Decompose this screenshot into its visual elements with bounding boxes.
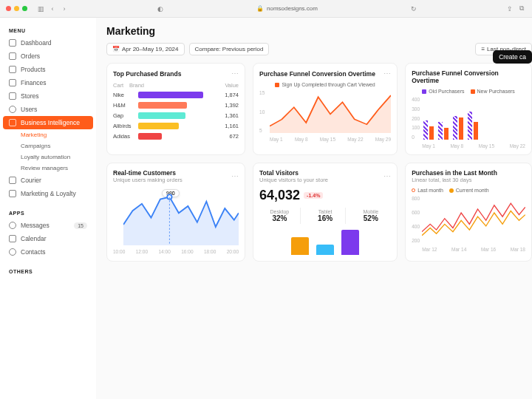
date-range-chip[interactable]: 📅Apr 20–May 19, 2024 — [106, 43, 185, 55]
nav-users[interactable]: Users — [3, 103, 93, 116]
card-purchases-month: Purchases in the Last MonthLinear total,… — [405, 163, 532, 262]
brand-row: Adidas672 — [113, 133, 239, 140]
nav-calendar[interactable]: Calendar — [3, 232, 93, 245]
visitors-bar-chart — [259, 228, 391, 255]
legend-label: Sign Up Completed through Cart Viewed — [282, 82, 375, 87]
visitor-bar — [316, 245, 334, 255]
finances-icon — [9, 79, 16, 86]
card-subtitle: Unique users making orders — [113, 177, 183, 183]
nav-courier[interactable]: Courier — [3, 174, 93, 187]
nav-stores[interactable]: Stores — [3, 89, 93, 103]
compare-chip[interactable]: Compare: Previous period — [189, 43, 270, 55]
stores-icon — [9, 92, 16, 100]
visitor-col: Desktop32% — [259, 208, 301, 224]
create-button[interactable]: Create ca — [493, 50, 532, 64]
brand-row: Alibirds1,161 — [113, 123, 239, 129]
bi-icon — [9, 119, 16, 126]
legend-new: New Purchasers — [477, 89, 515, 94]
funnel-area-chart: 15105 May 1May 8May 15May 22May 29 — [259, 90, 391, 142]
more-icon[interactable]: ⋯ — [231, 172, 239, 180]
tabs-icon[interactable]: ⧉ — [517, 4, 526, 13]
nav-sub-review[interactable]: Review managers — [3, 163, 93, 174]
brand-row: H&M1,392 — [113, 102, 239, 109]
users-icon — [9, 106, 16, 113]
nav-orders[interactable]: Orders — [3, 50, 93, 63]
brand-row: Nike1,874 — [113, 92, 239, 98]
page-title: Marketing — [106, 25, 532, 37]
nav-dashboard[interactable]: Dashboard — [3, 36, 93, 50]
brand-value: 1,392 — [225, 102, 239, 109]
card-title: Real-time Customers — [113, 169, 183, 177]
url-bar[interactable]: 🔒 nomsodesigns.com — [168, 5, 406, 12]
card-funnel-conversion: Purchase Funnel Conversion Overtime⋯ Sig… — [253, 63, 398, 155]
lock-icon: 🔒 — [256, 5, 264, 12]
url-text: nomsodesigns.com — [267, 5, 318, 12]
share-icon[interactable]: ⇪ — [505, 4, 514, 13]
loyalty-icon — [9, 190, 16, 197]
reload-icon[interactable]: ↻ — [409, 4, 418, 13]
brand-bar — [138, 133, 162, 140]
brand-bar — [138, 112, 185, 119]
visitors-delta: -1.4% — [304, 192, 323, 199]
shield-icon[interactable]: ◐ — [156, 4, 165, 13]
card-subtitle: Linear total, last 30 days — [412, 177, 497, 183]
card-funnel-purchasers: Purchase Funnel Conversion Overtime Old … — [405, 63, 532, 155]
card-title: Top Purchased Brands — [113, 70, 181, 78]
brand-bar — [138, 92, 203, 98]
brand-name: Nike — [113, 92, 135, 98]
section-menu: MENU — [3, 25, 93, 36]
main-content: Marketing Create ca 📅Apr 20–May 19, 2024… — [96, 18, 532, 399]
minimize-window-icon[interactable] — [14, 6, 19, 11]
courier-icon — [9, 177, 16, 184]
calendar-icon: 📅 — [112, 46, 120, 52]
nav-products[interactable]: Products — [3, 63, 93, 76]
brand-value: 672 — [230, 133, 239, 140]
contacts-icon — [9, 248, 16, 256]
visitor-bar — [341, 230, 359, 255]
back-icon[interactable]: ‹ — [48, 4, 57, 13]
visitors-total: 64,032 — [259, 188, 300, 203]
more-icon[interactable]: ⋯ — [231, 69, 239, 78]
card-total-visitors: Total VisitorsUnique visitors to your st… — [253, 163, 398, 262]
orders-icon — [9, 52, 16, 60]
legend-current: Current month — [456, 188, 489, 193]
brand-bar — [138, 102, 187, 109]
nav-sub-campaigns[interactable]: Campaigns — [3, 140, 93, 151]
brand-name: Alibirds — [113, 123, 135, 129]
section-apps: APPS — [3, 208, 93, 219]
purchasers-bar-chart: 4003002001000 May 1May 8May 15May 22 — [412, 97, 525, 149]
close-window-icon[interactable] — [6, 6, 11, 11]
nav-messages[interactable]: Messages15 — [3, 219, 93, 232]
card-title: Purchase Funnel Conversion Overtime — [412, 69, 525, 84]
visitor-col: Mobile52% — [350, 208, 391, 224]
nav-business-intelligence[interactable]: Business Intelligence — [3, 116, 93, 129]
nav-sub-marketing[interactable]: Marketing — [3, 129, 93, 140]
nav-contacts[interactable]: Contacts — [3, 245, 93, 259]
products-icon — [9, 66, 16, 73]
brand-value: 1,161 — [225, 123, 239, 129]
brand-row: Gap1,361 — [113, 112, 239, 119]
nav-sub-loyalty[interactable]: Loyalty automation — [3, 151, 93, 163]
messages-icon — [9, 222, 16, 229]
dashboard-icon — [9, 39, 16, 47]
legend-last: Last month — [417, 188, 443, 193]
brand-name: H&M — [113, 102, 135, 109]
nav-finances[interactable]: Finances — [3, 76, 93, 89]
forward-icon[interactable]: › — [60, 4, 69, 13]
card-top-brands: Top Purchased Brands⋯ CartBrandValue Nik… — [106, 63, 245, 155]
maximize-window-icon[interactable] — [22, 6, 27, 11]
messages-badge: 15 — [74, 222, 87, 229]
brand-name: Adidas — [113, 133, 135, 140]
more-icon[interactable]: ⋯ — [383, 172, 391, 180]
realtime-line-chart: 980 10:0012:0014:0016:0018:0020:00 — [113, 188, 239, 254]
more-icon[interactable]: ⋯ — [383, 69, 391, 78]
nav-marketing-loyalty[interactable]: Marketing & Loyalty — [3, 187, 93, 200]
bars-icon: ≡ — [481, 46, 485, 52]
brand-name: Gap — [113, 112, 135, 119]
sidebar-toggle-icon[interactable]: ▥ — [36, 4, 45, 13]
browser-titlebar: ▥ ‹ › ◐ 🔒 nomsodesigns.com ↻ ⇪ ⧉ — [0, 0, 532, 18]
purchases-line-chart: 800600400200 Mar 12Mar 14Mar 16Mar 18 — [412, 196, 525, 252]
card-subtitle: Unique visitors to your store — [259, 177, 328, 183]
sidebar: MENU Dashboard Orders Products Finances … — [0, 18, 96, 399]
card-title: Total Visitors — [259, 169, 328, 177]
